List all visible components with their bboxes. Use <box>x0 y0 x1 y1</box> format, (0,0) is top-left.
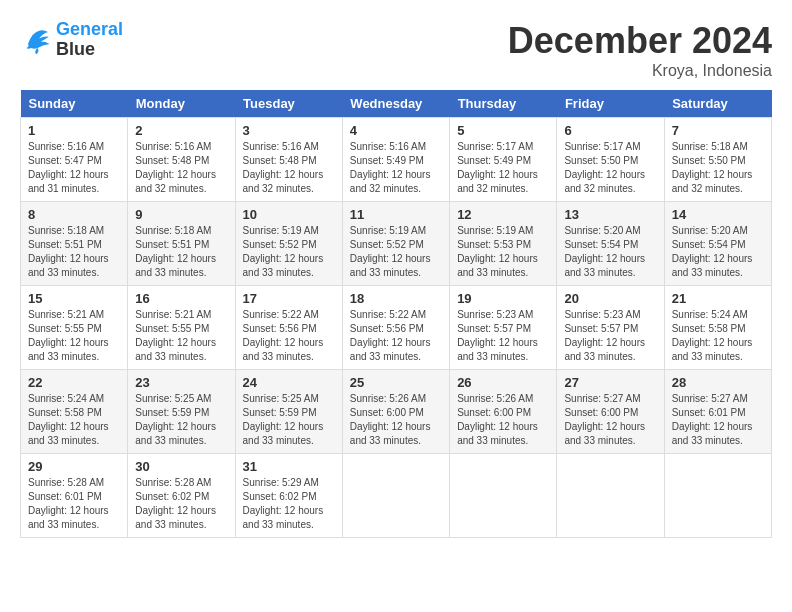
calendar-cell: 25Sunrise: 5:26 AM Sunset: 6:00 PM Dayli… <box>342 370 449 454</box>
calendar-cell: 17Sunrise: 5:22 AM Sunset: 5:56 PM Dayli… <box>235 286 342 370</box>
day-number: 16 <box>135 291 227 306</box>
week-row-5: 29Sunrise: 5:28 AM Sunset: 6:01 PM Dayli… <box>21 454 772 538</box>
header-row: SundayMondayTuesdayWednesdayThursdayFrid… <box>21 90 772 118</box>
title-area: December 2024 Kroya, Indonesia <box>508 20 772 80</box>
calendar-cell: 23Sunrise: 5:25 AM Sunset: 5:59 PM Dayli… <box>128 370 235 454</box>
day-number: 26 <box>457 375 549 390</box>
calendar-cell: 10Sunrise: 5:19 AM Sunset: 5:52 PM Dayli… <box>235 202 342 286</box>
calendar-cell: 11Sunrise: 5:19 AM Sunset: 5:52 PM Dayli… <box>342 202 449 286</box>
day-number: 29 <box>28 459 120 474</box>
day-number: 31 <box>243 459 335 474</box>
calendar-cell: 26Sunrise: 5:26 AM Sunset: 6:00 PM Dayli… <box>450 370 557 454</box>
day-number: 4 <box>350 123 442 138</box>
day-info: Sunrise: 5:26 AM Sunset: 6:00 PM Dayligh… <box>350 392 442 448</box>
logo-icon <box>20 24 52 56</box>
day-number: 21 <box>672 291 764 306</box>
day-number: 5 <box>457 123 549 138</box>
col-header-thursday: Thursday <box>450 90 557 118</box>
calendar-cell <box>557 454 664 538</box>
calendar-cell: 9Sunrise: 5:18 AM Sunset: 5:51 PM Daylig… <box>128 202 235 286</box>
calendar-cell: 13Sunrise: 5:20 AM Sunset: 5:54 PM Dayli… <box>557 202 664 286</box>
calendar-cell: 28Sunrise: 5:27 AM Sunset: 6:01 PM Dayli… <box>664 370 771 454</box>
calendar-cell: 29Sunrise: 5:28 AM Sunset: 6:01 PM Dayli… <box>21 454 128 538</box>
day-info: Sunrise: 5:24 AM Sunset: 5:58 PM Dayligh… <box>28 392 120 448</box>
day-info: Sunrise: 5:20 AM Sunset: 5:54 PM Dayligh… <box>672 224 764 280</box>
day-info: Sunrise: 5:28 AM Sunset: 6:01 PM Dayligh… <box>28 476 120 532</box>
day-number: 2 <box>135 123 227 138</box>
calendar-cell: 6Sunrise: 5:17 AM Sunset: 5:50 PM Daylig… <box>557 118 664 202</box>
day-info: Sunrise: 5:17 AM Sunset: 5:50 PM Dayligh… <box>564 140 656 196</box>
calendar-cell: 20Sunrise: 5:23 AM Sunset: 5:57 PM Dayli… <box>557 286 664 370</box>
calendar-cell: 12Sunrise: 5:19 AM Sunset: 5:53 PM Dayli… <box>450 202 557 286</box>
day-info: Sunrise: 5:18 AM Sunset: 5:50 PM Dayligh… <box>672 140 764 196</box>
day-number: 10 <box>243 207 335 222</box>
calendar-table: SundayMondayTuesdayWednesdayThursdayFrid… <box>20 90 772 538</box>
calendar-cell: 2Sunrise: 5:16 AM Sunset: 5:48 PM Daylig… <box>128 118 235 202</box>
header: General Blue December 2024 Kroya, Indone… <box>20 20 772 80</box>
day-info: Sunrise: 5:19 AM Sunset: 5:52 PM Dayligh… <box>243 224 335 280</box>
day-info: Sunrise: 5:28 AM Sunset: 6:02 PM Dayligh… <box>135 476 227 532</box>
day-number: 20 <box>564 291 656 306</box>
day-number: 30 <box>135 459 227 474</box>
col-header-wednesday: Wednesday <box>342 90 449 118</box>
day-number: 24 <box>243 375 335 390</box>
calendar-cell: 18Sunrise: 5:22 AM Sunset: 5:56 PM Dayli… <box>342 286 449 370</box>
calendar-cell: 3Sunrise: 5:16 AM Sunset: 5:48 PM Daylig… <box>235 118 342 202</box>
day-info: Sunrise: 5:23 AM Sunset: 5:57 PM Dayligh… <box>457 308 549 364</box>
day-info: Sunrise: 5:25 AM Sunset: 5:59 PM Dayligh… <box>135 392 227 448</box>
calendar-cell <box>342 454 449 538</box>
day-number: 23 <box>135 375 227 390</box>
day-info: Sunrise: 5:18 AM Sunset: 5:51 PM Dayligh… <box>28 224 120 280</box>
col-header-saturday: Saturday <box>664 90 771 118</box>
day-number: 17 <box>243 291 335 306</box>
day-info: Sunrise: 5:16 AM Sunset: 5:47 PM Dayligh… <box>28 140 120 196</box>
calendar-cell: 16Sunrise: 5:21 AM Sunset: 5:55 PM Dayli… <box>128 286 235 370</box>
day-info: Sunrise: 5:21 AM Sunset: 5:55 PM Dayligh… <box>28 308 120 364</box>
week-row-4: 22Sunrise: 5:24 AM Sunset: 5:58 PM Dayli… <box>21 370 772 454</box>
day-info: Sunrise: 5:20 AM Sunset: 5:54 PM Dayligh… <box>564 224 656 280</box>
col-header-monday: Monday <box>128 90 235 118</box>
calendar-cell: 27Sunrise: 5:27 AM Sunset: 6:00 PM Dayli… <box>557 370 664 454</box>
calendar-cell: 15Sunrise: 5:21 AM Sunset: 5:55 PM Dayli… <box>21 286 128 370</box>
calendar-cell: 8Sunrise: 5:18 AM Sunset: 5:51 PM Daylig… <box>21 202 128 286</box>
col-header-friday: Friday <box>557 90 664 118</box>
day-info: Sunrise: 5:19 AM Sunset: 5:52 PM Dayligh… <box>350 224 442 280</box>
calendar-cell: 7Sunrise: 5:18 AM Sunset: 5:50 PM Daylig… <box>664 118 771 202</box>
day-info: Sunrise: 5:27 AM Sunset: 6:00 PM Dayligh… <box>564 392 656 448</box>
calendar-cell: 30Sunrise: 5:28 AM Sunset: 6:02 PM Dayli… <box>128 454 235 538</box>
day-number: 6 <box>564 123 656 138</box>
col-header-tuesday: Tuesday <box>235 90 342 118</box>
day-info: Sunrise: 5:21 AM Sunset: 5:55 PM Dayligh… <box>135 308 227 364</box>
day-number: 14 <box>672 207 764 222</box>
week-row-3: 15Sunrise: 5:21 AM Sunset: 5:55 PM Dayli… <box>21 286 772 370</box>
day-info: Sunrise: 5:27 AM Sunset: 6:01 PM Dayligh… <box>672 392 764 448</box>
logo: General Blue <box>20 20 123 60</box>
day-info: Sunrise: 5:19 AM Sunset: 5:53 PM Dayligh… <box>457 224 549 280</box>
day-number: 8 <box>28 207 120 222</box>
day-info: Sunrise: 5:22 AM Sunset: 5:56 PM Dayligh… <box>243 308 335 364</box>
day-number: 9 <box>135 207 227 222</box>
day-number: 27 <box>564 375 656 390</box>
day-info: Sunrise: 5:16 AM Sunset: 5:48 PM Dayligh… <box>135 140 227 196</box>
logo-text: General Blue <box>56 20 123 60</box>
month-title: December 2024 <box>508 20 772 62</box>
day-info: Sunrise: 5:16 AM Sunset: 5:49 PM Dayligh… <box>350 140 442 196</box>
day-info: Sunrise: 5:26 AM Sunset: 6:00 PM Dayligh… <box>457 392 549 448</box>
day-number: 15 <box>28 291 120 306</box>
calendar-cell: 21Sunrise: 5:24 AM Sunset: 5:58 PM Dayli… <box>664 286 771 370</box>
day-info: Sunrise: 5:23 AM Sunset: 5:57 PM Dayligh… <box>564 308 656 364</box>
calendar-cell <box>664 454 771 538</box>
day-number: 11 <box>350 207 442 222</box>
day-number: 13 <box>564 207 656 222</box>
day-info: Sunrise: 5:24 AM Sunset: 5:58 PM Dayligh… <box>672 308 764 364</box>
day-info: Sunrise: 5:29 AM Sunset: 6:02 PM Dayligh… <box>243 476 335 532</box>
day-number: 1 <box>28 123 120 138</box>
day-number: 28 <box>672 375 764 390</box>
day-number: 25 <box>350 375 442 390</box>
calendar-cell: 19Sunrise: 5:23 AM Sunset: 5:57 PM Dayli… <box>450 286 557 370</box>
day-info: Sunrise: 5:25 AM Sunset: 5:59 PM Dayligh… <box>243 392 335 448</box>
calendar-cell: 22Sunrise: 5:24 AM Sunset: 5:58 PM Dayli… <box>21 370 128 454</box>
day-number: 7 <box>672 123 764 138</box>
day-number: 12 <box>457 207 549 222</box>
day-info: Sunrise: 5:18 AM Sunset: 5:51 PM Dayligh… <box>135 224 227 280</box>
